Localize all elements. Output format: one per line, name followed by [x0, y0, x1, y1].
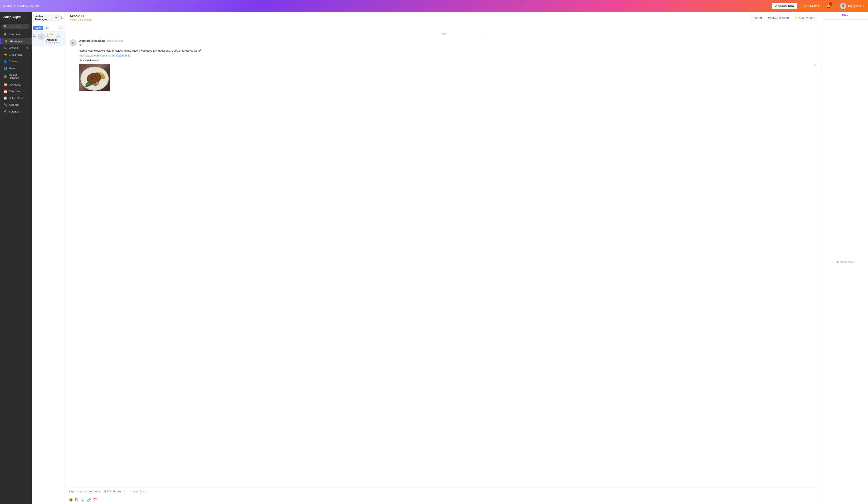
- nav-icon: 📋: [3, 96, 7, 100]
- user-name: Dkjdfjkfd J.: [848, 4, 861, 8]
- message-text-steak: Nice steak meal!: [79, 58, 810, 63]
- nav-icon: 📚: [3, 75, 7, 78]
- sidebar: cdkjdjkdjkd 🔍 ⊞ Overview ✉ Messages ◎ Gr…: [0, 12, 32, 504]
- chevron-down-icon: ▾: [818, 4, 819, 8]
- nav-label: Overview: [9, 33, 20, 36]
- dropdown-label: Active Messages: [35, 15, 54, 21]
- notif-badge: 1: [829, 2, 833, 6]
- notification-icon[interactable]: 🔔 1: [827, 3, 831, 8]
- message-group: D Dkjdfjkfd Jksdjkdjkd 20 minutes ago Hi…: [70, 39, 817, 91]
- nav-label: Clients: [9, 60, 17, 63]
- emoji-icon[interactable]: 😊: [69, 498, 73, 502]
- message-checkbox[interactable]: [33, 34, 36, 37]
- archive-icon: 📁: [795, 17, 798, 19]
- help-icon[interactable]: ? 7: [835, 4, 837, 8]
- date-divider: Today: [70, 32, 817, 35]
- sidebar-item-clients[interactable]: 👤 Clients: [0, 58, 32, 65]
- message-preview: Here is your week...: [46, 41, 63, 44]
- nav-items: ⊞ Overview ✉ Messages ◎ Groups ⚡ Challen…: [0, 31, 32, 115]
- attachment-icon[interactable]: 📎: [81, 498, 85, 502]
- nav-icon: ⚙: [3, 110, 7, 113]
- sidebar-item-groups[interactable]: ◎ Groups: [0, 44, 32, 51]
- message-timestamp: 20 minutes ago: [107, 40, 123, 42]
- chat-header: Arnold D ★ Main Conversation ↗ OPEN MARK…: [65, 12, 822, 24]
- sidebar-item-overview[interactable]: ⊞ Overview: [0, 31, 32, 38]
- nav-label: Challenges: [9, 53, 22, 56]
- nav-icon: 📅: [3, 90, 7, 93]
- nav-label: Calendar: [9, 90, 20, 93]
- sidebar-item-settings[interactable]: ⚙ Settings: [0, 108, 32, 115]
- sidebar-item-payments[interactable]: 💳 Payments: [0, 81, 32, 88]
- chat-area: Arnold D ★ Main Conversation ↗ OPEN MARK…: [65, 12, 822, 504]
- right-panel-content: No files to show: [822, 20, 868, 504]
- topbar: 30 days left in your 30 Day Trial. UPGRA…: [0, 0, 868, 12]
- right-panel-tabs: Files: [822, 12, 868, 20]
- message-item[interactable]: A ★ Main PM Just now Arnold D Here is yo…: [32, 32, 65, 46]
- nav-label: Master Libraries: [9, 73, 26, 80]
- image-upload-icon[interactable]: 🖼: [75, 498, 79, 502]
- archive-button[interactable]: 📁 ARCHIVE THIS: [793, 15, 817, 20]
- nav-label: Groups: [9, 47, 18, 50]
- message-time: Just now: [56, 33, 64, 38]
- tab-files[interactable]: Files: [822, 12, 868, 19]
- chat-contact-name: Arnold D: [70, 14, 92, 18]
- message-text-hi: Hi: [79, 43, 810, 48]
- sidebar-brand: cdkjdjkdjkd: [0, 13, 32, 22]
- message-action-button[interactable]: ⊙: [813, 39, 817, 91]
- steak-image: [79, 64, 111, 91]
- message-sender-name: Arnold D: [46, 38, 63, 41]
- more-options-button[interactable]: ⋮: [58, 25, 63, 30]
- chat-input-toolbar: 😊 🖼 📎 🔗 📅: [69, 498, 818, 502]
- message-text-review: Here is your weekly check-in review, let…: [79, 49, 810, 53]
- open-button[interactable]: ↗ OPEN: [750, 15, 764, 20]
- nav-icon: 🔧: [3, 103, 7, 106]
- nav-label: Setup Guide: [9, 96, 24, 100]
- search-box[interactable]: 🔍: [2, 24, 30, 29]
- nav-label: Payments: [9, 83, 21, 86]
- sidebar-item-calendar[interactable]: 📅 Calendar ›: [0, 88, 32, 95]
- upgrade-button[interactable]: UPGRADE NOW: [772, 3, 797, 9]
- nav-icon: 👥: [3, 66, 7, 70]
- new-message-button[interactable]: NEW: [33, 26, 43, 30]
- sidebar-item-add-ons[interactable]: 🔧 Add-ons: [0, 101, 32, 108]
- nav-label: Settings: [9, 110, 19, 113]
- nav-label: Messages: [10, 40, 22, 43]
- sender-avatar: D: [70, 39, 77, 47]
- nav-icon: ⊞: [3, 33, 7, 36]
- user-chevron-icon: ▾: [863, 4, 865, 8]
- avatar: 👤: [840, 3, 846, 9]
- chevron-down-icon: ▾: [55, 17, 57, 19]
- nav-icon: 👤: [3, 60, 7, 63]
- search-icon: 🔍: [4, 25, 7, 28]
- nav-icon: ⚡: [3, 53, 7, 56]
- mark-unread-button[interactable]: MARK AS UNREAD: [766, 15, 791, 20]
- add-new-button[interactable]: ADD NEW ▾: [800, 3, 823, 9]
- message-search-icon[interactable]: 🔍: [60, 16, 63, 20]
- nav-icon: ◎: [3, 46, 7, 50]
- message-list-panel: Active Messages ▾ 🔍 NEW ⊞ ⋮ A ★ Main PM …: [32, 12, 65, 504]
- search-input[interactable]: [8, 25, 28, 28]
- active-messages-dropdown[interactable]: Active Messages ▾: [33, 14, 59, 22]
- message-input[interactable]: [69, 490, 818, 496]
- no-files-text: No files to show: [836, 260, 854, 264]
- sidebar-item-messages[interactable]: ✉ Messages: [0, 38, 32, 44]
- right-panel: Files No files to show: [822, 12, 868, 504]
- app-body: cdkjdjkdjkd 🔍 ⊞ Overview ✉ Messages ◎ Gr…: [0, 12, 868, 504]
- sidebar-item-challenges[interactable]: ⚡ Challenges: [0, 51, 32, 58]
- message-content: ★ Main PM Just now Arnold D Here is your…: [46, 33, 63, 44]
- nav-badge: [27, 47, 28, 49]
- svg-point-15: [94, 83, 97, 86]
- nav-label: Add-ons: [9, 103, 19, 106]
- help-badge: 7: [835, 2, 838, 6]
- link-icon[interactable]: 🔗: [87, 498, 91, 502]
- sidebar-item-master-libraries[interactable]: 📚 Master Libraries ›: [0, 71, 32, 81]
- user-area[interactable]: 👤 Dkjdfjkfd J. ▾: [840, 3, 865, 9]
- msg-list-actions: NEW ⊞ ⋮: [32, 24, 65, 32]
- sidebar-item-setup-guide[interactable]: 📋 Setup Guide: [0, 95, 32, 101]
- message-tag: ★ Main PM: [46, 33, 55, 38]
- calendar-icon[interactable]: 📅: [93, 498, 97, 502]
- grid-view-button[interactable]: ⊞: [44, 25, 49, 30]
- message-link[interactable]: https://www.loom.com/share/53729592432: [79, 54, 810, 57]
- sidebar-item-team[interactable]: 👥 Team: [0, 65, 32, 71]
- chat-actions: ↗ OPEN MARK AS UNREAD 📁 ARCHIVE THIS: [750, 15, 817, 20]
